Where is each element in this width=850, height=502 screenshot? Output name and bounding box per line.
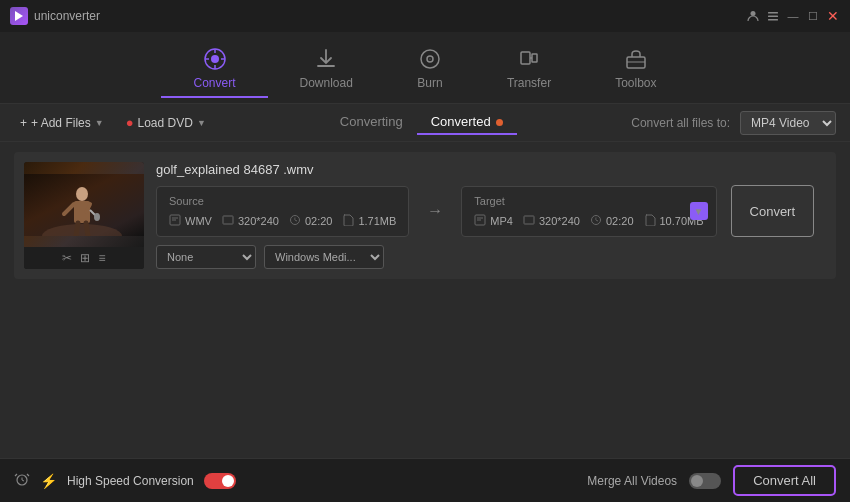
close-icon[interactable]: ✕ — [826, 9, 840, 23]
app-name: uniconverter — [34, 9, 100, 23]
menu-icon[interactable] — [766, 9, 780, 23]
source-duration: 02:20 — [289, 214, 333, 228]
target-box: Target MP4 320*240 — [461, 186, 716, 237]
effects-icon[interactable]: ≡ — [98, 251, 105, 265]
convert-nav-icon — [202, 46, 228, 72]
source-resolution: 320*240 — [222, 214, 279, 228]
svg-point-15 — [76, 187, 88, 201]
load-dvd-dropdown-icon[interactable]: ▼ — [197, 118, 206, 128]
subtitle-row: None Windows Medi... — [156, 245, 826, 269]
audio-select[interactable]: Windows Medi... — [264, 245, 384, 269]
nav-label-transfer: Transfer — [507, 76, 551, 90]
svg-point-1 — [751, 11, 756, 16]
transfer-nav-icon — [516, 46, 542, 72]
tab-converted-label: Converted — [431, 114, 491, 129]
merge-toggle[interactable] — [689, 473, 721, 489]
nav-item-convert[interactable]: Convert — [161, 38, 267, 98]
dvd-icon: ● — [126, 115, 134, 130]
source-size: 1.71MB — [342, 214, 396, 228]
convert-button[interactable]: Convert — [731, 185, 815, 237]
nav-label-burn: Burn — [417, 76, 442, 90]
merge-label: Merge All Videos — [587, 474, 677, 488]
svg-rect-27 — [524, 216, 534, 224]
svg-point-9 — [429, 58, 430, 59]
alarm-icon[interactable] — [14, 471, 30, 490]
title-bar-left: uniconverter — [10, 7, 100, 25]
bottom-left: ⚡ High Speed Conversion — [14, 471, 236, 490]
nav-item-burn[interactable]: Burn — [385, 38, 475, 98]
tab-converting[interactable]: Converting — [326, 110, 417, 135]
format-icon — [169, 214, 181, 228]
plus-icon: + — [20, 116, 27, 130]
source-label: Source — [169, 195, 396, 207]
source-duration-value: 02:20 — [305, 215, 333, 227]
file-icon — [342, 214, 354, 228]
tab-converting-label: Converting — [340, 114, 403, 129]
convert-all-button[interactable]: Convert All — [733, 465, 836, 496]
convert-all-files-label: Convert all files to: — [631, 116, 730, 130]
maximize-icon[interactable]: ☐ — [806, 9, 820, 23]
nav-bar: Convert Download Burn Tran — [0, 32, 850, 104]
target-duration: 02:20 — [590, 214, 634, 228]
target-meta: MP4 320*240 02:20 — [474, 214, 703, 228]
svg-rect-2 — [768, 12, 778, 14]
app-logo — [10, 7, 28, 25]
thumbnail-preview — [24, 162, 144, 247]
target-resolution-value: 320*240 — [539, 215, 580, 227]
source-format-value: WMV — [185, 215, 212, 227]
arrow-icon: → — [423, 202, 447, 220]
toolbar: + + Add Files ▼ ● Load DVD ▼ Converting … — [0, 104, 850, 142]
tab-converted-dot — [496, 119, 503, 126]
download-nav-icon — [313, 46, 339, 72]
svg-line-20 — [86, 223, 88, 236]
source-size-value: 1.71MB — [358, 215, 396, 227]
file-thumbnail: ✂ ⊞ ≡ — [24, 162, 144, 269]
subtitle-select[interactable]: None — [156, 245, 256, 269]
minimize-icon[interactable]: — — [786, 9, 800, 23]
add-files-button[interactable]: + + Add Files ▼ — [14, 113, 110, 133]
svg-rect-10 — [521, 52, 530, 64]
crop-icon[interactable]: ⊞ — [80, 251, 90, 265]
nav-label-toolbox: Toolbox — [615, 76, 656, 90]
cut-icon[interactable]: ✂ — [62, 251, 72, 265]
svg-rect-3 — [768, 16, 778, 18]
target-label: Target — [474, 195, 703, 207]
add-files-dropdown-icon[interactable]: ▼ — [95, 118, 104, 128]
bottom-right: Merge All Videos Convert All — [587, 465, 836, 496]
file-item: ✂ ⊞ ≡ golf_explained 84687 .wmv Source — [14, 152, 836, 279]
format-select[interactable]: MP4 Video MKV Video AVI Video MOV Video … — [740, 111, 836, 135]
toolbox-nav-icon — [623, 46, 649, 72]
high-speed-toggle[interactable] — [204, 473, 236, 489]
nav-item-toolbox[interactable]: Toolbox — [583, 38, 688, 98]
target-clock-icon — [590, 214, 602, 228]
target-format-icon — [474, 214, 486, 228]
target-resolution-icon — [523, 214, 535, 228]
svg-line-19 — [76, 223, 78, 236]
title-bar-controls: — ☐ ✕ — [746, 9, 840, 23]
source-resolution-value: 320*240 — [238, 215, 279, 227]
nav-item-download[interactable]: Download — [268, 38, 385, 98]
add-files-label: + Add Files — [31, 116, 91, 130]
resolution-icon — [222, 214, 234, 228]
target-dropdown-button[interactable]: ▼ — [690, 202, 708, 220]
nav-label-convert: Convert — [193, 76, 235, 90]
target-file-icon — [644, 214, 656, 228]
target-resolution: 320*240 — [523, 214, 580, 228]
svg-marker-0 — [15, 11, 23, 21]
svg-point-6 — [211, 55, 219, 63]
file-name: golf_explained 84687 .wmv — [156, 162, 826, 177]
load-dvd-button[interactable]: ● Load DVD ▼ — [120, 112, 212, 133]
main-content: ✂ ⊞ ≡ golf_explained 84687 .wmv Source — [0, 142, 850, 458]
convert-row: Source WMV 320*240 — [156, 185, 826, 237]
tab-group: Converting Converted — [326, 110, 517, 135]
svg-point-22 — [94, 213, 100, 221]
svg-rect-4 — [768, 19, 778, 21]
nav-item-transfer[interactable]: Transfer — [475, 38, 583, 98]
source-box: Source WMV 320*240 — [156, 186, 409, 237]
high-speed-label: High Speed Conversion — [67, 474, 194, 488]
tab-converted[interactable]: Converted — [417, 110, 518, 135]
user-icon[interactable] — [746, 9, 760, 23]
burn-nav-icon — [417, 46, 443, 72]
file-info: golf_explained 84687 .wmv Source WMV — [156, 162, 826, 269]
title-bar: uniconverter — ☐ ✕ — [0, 0, 850, 32]
